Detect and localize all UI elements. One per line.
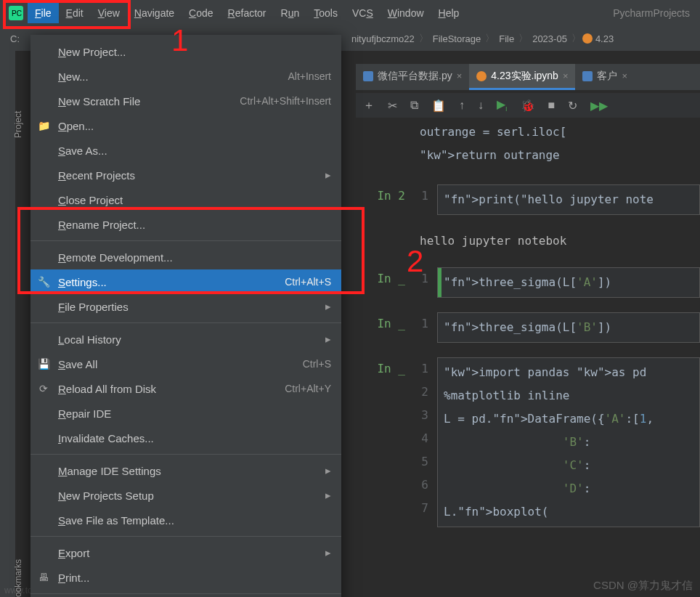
menu-item-save-file-as-template[interactable]: Save File as Template... xyxy=(30,508,341,532)
cut-button[interactable]: ✂ xyxy=(388,99,397,113)
menu-item-settings[interactable]: 🔧Settings...Ctrl+Alt+S xyxy=(30,269,341,294)
submenu-arrow-icon: ▸ xyxy=(325,300,331,313)
menu-item-new-scratch-file[interactable]: New Scratch FileCtrl+Alt+Shift+Insert xyxy=(30,89,341,113)
menu-shortcut: Alt+Insert xyxy=(288,70,331,82)
menu-item-manage-ide-settings[interactable]: Manage IDE Settings▸ xyxy=(30,458,341,483)
run-all-button[interactable]: ▶▶ xyxy=(590,99,608,113)
menu-item-recent-projects[interactable]: Recent Projects▸ xyxy=(30,163,341,187)
stop-button[interactable]: ■ xyxy=(548,99,555,112)
crumb-1[interactable]: FileStorage xyxy=(430,33,484,44)
menu-run[interactable]: Run xyxy=(274,3,307,23)
menu-item-reload-all-from-disk[interactable]: ⟳Reload All from DiskCtrl+Alt+Y xyxy=(30,376,341,401)
menu-item-rename-project[interactable]: Rename Project... xyxy=(30,212,341,237)
editor-tab[interactable]: 客户× xyxy=(575,64,635,90)
pycharm-logo-icon: PC xyxy=(9,6,23,20)
menu-edit[interactable]: Edit xyxy=(59,3,91,23)
svg-text:PC: PC xyxy=(12,9,22,17)
menu-item-new-projects-setup[interactable]: New Projects Setup▸ xyxy=(30,483,341,508)
crumb-2[interactable]: File xyxy=(496,33,517,44)
menu-refactor[interactable]: Refactor xyxy=(221,3,274,23)
menu-item-label: Rename Project... xyxy=(58,219,331,231)
annotation-label-1: 1 xyxy=(171,23,188,58)
code-area[interactable]: "fn">three_sigma(L['A']) xyxy=(437,267,700,298)
menu-item-save-all[interactable]: 💾Save AllCtrl+S xyxy=(30,352,341,376)
menu-code[interactable]: Code xyxy=(182,3,220,23)
menu-item-label: Save As... xyxy=(58,145,331,157)
notebook-cell[interactable]: In _1"fn">three_sigma(L['B']) xyxy=(356,312,700,343)
notebook-cell[interactable]: In 21"fn">print("hello jupyter note xyxy=(356,184,700,215)
menu-navigate[interactable]: Navigate xyxy=(127,3,182,23)
menu-help[interactable]: Help xyxy=(431,3,467,23)
editor-tab[interactable]: 微信平台数据.py× xyxy=(356,64,469,90)
crumb-4[interactable]: 4.23 xyxy=(593,33,616,44)
menu-item-local-history[interactable]: Local History▸ xyxy=(30,327,341,352)
menu-item-print[interactable]: 🖶Print... xyxy=(30,565,341,590)
notebook-editor[interactable]: outrange = serl.iloc["kw">return outrang… xyxy=(356,118,700,597)
menu-vcs[interactable]: VCS xyxy=(345,3,380,23)
menu-tools[interactable]: Tools xyxy=(306,3,345,23)
menu-file[interactable]: File xyxy=(28,3,59,23)
menu-item-open[interactable]: 📁Open... xyxy=(30,113,341,138)
notebook-cell[interactable]: outrange = serl.iloc["kw">return outrang… xyxy=(356,118,700,170)
add-cell-button[interactable]: ＋ xyxy=(363,98,375,113)
menu-item-label: File Properties xyxy=(58,301,320,313)
cell-prompt: In _ xyxy=(356,267,414,298)
run-cell-button[interactable]: ▶I xyxy=(497,97,508,113)
crumb-3[interactable]: 2023-05 xyxy=(529,33,570,44)
menu-item-remote-development[interactable]: Remote Development... xyxy=(30,245,341,269)
menu-item-repair-ide[interactable]: Repair IDE xyxy=(30,401,341,426)
debug-cell-button[interactable]: 🐞 xyxy=(521,99,535,113)
tab-label: 4.23实验.ipynb xyxy=(491,70,558,83)
menu-item-label: New Project... xyxy=(58,46,331,58)
editor-tabs: 微信平台数据.py×4.23实验.ipynb×客户× xyxy=(356,64,700,90)
paste-button[interactable]: 📋 xyxy=(431,99,446,113)
tab-label: 客户 xyxy=(597,70,617,83)
menu-item-save-as[interactable]: Save As... xyxy=(30,138,341,163)
menu-shortcut: Ctrl+Alt+S xyxy=(285,276,331,288)
move-down-button[interactable]: ↓ xyxy=(478,99,484,112)
close-tab-icon[interactable]: × xyxy=(622,70,627,81)
menu-item-label: Print... xyxy=(58,572,331,584)
copy-button[interactable]: ⧉ xyxy=(410,99,418,112)
project-title: PycharmProjects xyxy=(613,7,696,19)
menu-item-new[interactable]: New...Alt+Insert xyxy=(30,64,341,89)
code-area[interactable]: "fn">print("hello jupyter note xyxy=(437,184,700,215)
menu-view[interactable]: View xyxy=(91,3,127,23)
menu-item-label: Remote Development... xyxy=(58,251,331,264)
file-menu-dropdown: New Project...New...Alt+InsertNew Scratc… xyxy=(30,35,341,597)
python-file-icon xyxy=(582,71,593,81)
menu-item-label: Repair IDE xyxy=(58,407,331,420)
save-icon: 💾 xyxy=(35,358,52,370)
code-area[interactable]: "kw">import pandas "kw">as pd%matplotlib… xyxy=(437,357,700,527)
close-tab-icon[interactable]: × xyxy=(457,70,463,81)
move-up-button[interactable]: ↑ xyxy=(459,99,465,112)
submenu-arrow-icon: ▸ xyxy=(325,464,331,477)
code-area[interactable]: outrange = serl.iloc["kw">return outrang… xyxy=(414,118,700,170)
code-area[interactable]: "fn">three_sigma(L['B']) xyxy=(437,312,700,343)
watermark: CSDN @算力鬼才信 xyxy=(593,579,693,593)
line-gutter: 1 xyxy=(414,184,437,215)
breadcrumb-drive[interactable]: C: xyxy=(7,33,23,44)
menu-item-export[interactable]: Export▸ xyxy=(30,540,341,565)
notebook-cell[interactable]: In _1234567"kw">import pandas "kw">as pd… xyxy=(356,357,700,527)
menu-item-close-project[interactable]: Close Project xyxy=(30,187,341,212)
line-gutter: 1234567 xyxy=(414,357,437,527)
breadcrumb-right: nityufjbczmo22〉 FileStorage〉 File〉 2023-… xyxy=(341,26,700,51)
menu-item-file-properties[interactable]: File Properties▸ xyxy=(30,294,341,319)
menu-item-label: Invalidate Caches... xyxy=(58,432,331,444)
crumb-0[interactable]: nityufjbczmo22 xyxy=(349,33,418,44)
menu-item-invalidate-caches[interactable]: Invalidate Caches... xyxy=(30,426,341,450)
jupyter-icon xyxy=(476,71,487,81)
editor-tab[interactable]: 4.23实验.ipynb× xyxy=(469,64,575,90)
cell-prompt: In _ xyxy=(356,312,414,343)
menu-window[interactable]: Window xyxy=(380,3,431,23)
python-file-icon xyxy=(363,71,373,81)
tab-label: 微信平台数据.py xyxy=(378,70,452,83)
cell-prompt xyxy=(356,230,414,253)
restart-button[interactable]: ↻ xyxy=(568,99,577,113)
submenu-arrow-icon: ▸ xyxy=(325,168,331,182)
menu-item-label: Settings... xyxy=(58,276,285,288)
submenu-arrow-icon: ▸ xyxy=(325,489,331,502)
close-tab-icon[interactable]: × xyxy=(563,70,569,81)
sidebar-project-tab[interactable]: Project xyxy=(13,111,23,138)
